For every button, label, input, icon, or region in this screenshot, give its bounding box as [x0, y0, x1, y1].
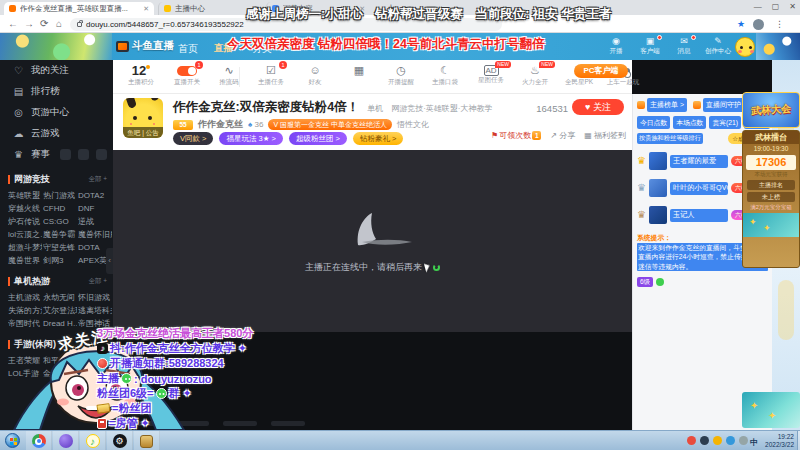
toolbar-item-star-task[interactable]: AD NEW 星图任务: [469, 63, 513, 85]
sidebar-category[interactable]: 穿越火线: [8, 202, 42, 215]
sidebar-category[interactable]: 魔兽争霸: [43, 228, 77, 241]
forward-icon[interactable]: →: [24, 18, 34, 30]
user-avatar-pikachu[interactable]: [735, 37, 755, 57]
toolbar-item-full-fire[interactable]: ♨ NEW 火力全开: [513, 63, 557, 87]
minimize-button[interactable]: —: [754, 0, 762, 14]
header-action-client[interactable]: ▣ 客户端: [632, 36, 668, 55]
section-more-link[interactable]: 全部 +: [88, 277, 107, 286]
sidebar-category[interactable]: 主机游戏: [8, 291, 42, 304]
browser-profile-avatar[interactable]: [753, 19, 764, 30]
sidebar-category[interactable]: DOTA2: [78, 189, 112, 202]
welfare-button[interactable]: ▦ 福利签到: [584, 130, 626, 141]
sidebar-item-cloudgame[interactable]: ☁ 云游戏: [0, 123, 113, 144]
taskbar-chrome[interactable]: [26, 431, 52, 450]
douyu-logo[interactable]: 斗鱼直播: [116, 39, 174, 53]
tab-title: 主播中心: [175, 4, 247, 14]
reload-icon[interactable]: ⟳: [40, 18, 48, 30]
sidebar-category[interactable]: CFHD: [43, 202, 77, 215]
sidebar-item-follow[interactable]: ♡ 我的关注: [0, 60, 113, 81]
maximize-button[interactable]: ▢: [772, 0, 780, 14]
live-toggle-switch[interactable]: [177, 66, 197, 76]
sidebar-category[interactable]: 魔兽世界: [8, 254, 42, 267]
pill-super-fans[interactable]: 超级粉丝团 >: [289, 132, 347, 145]
home-icon[interactable]: ⌂: [56, 18, 62, 30]
sidebar-category[interactable]: 逆战: [78, 215, 112, 228]
close-button[interactable]: ✕: [789, 0, 796, 14]
follow-button[interactable]: ♥ 关注: [572, 99, 624, 115]
fanbar-link[interactable]: 鱼吧 | 公告: [123, 127, 163, 138]
claim-count[interactable]: ⚑ 可领次数 1: [491, 130, 541, 141]
sidebar-category[interactable]: DNF: [78, 202, 112, 215]
honor-badge[interactable]: V 国服第一金克丝 中单金克丝绝活人: [268, 119, 392, 130]
taskbar-qq-music[interactable]: ♪: [80, 431, 106, 450]
system-tray: [687, 436, 748, 445]
pill-diamond-fan[interactable]: 钻粉豪礼 >: [353, 132, 403, 145]
taskbar-clock[interactable]: 19:22 2022/3/22: [756, 433, 794, 449]
sidebar-category[interactable]: 超激斗梦境: [8, 241, 42, 254]
tray-icon-yellow[interactable]: [713, 436, 722, 445]
sidebar-category[interactable]: 失落的方舟: [8, 304, 42, 317]
tab-session-points[interactable]: 本场点数: [673, 116, 706, 129]
lock-icon: [77, 22, 82, 27]
badge: 1: [195, 61, 203, 69]
sidebar-item-webgame[interactable]: ◎ 页游中心: [0, 102, 113, 123]
toolbar-item-pocket[interactable]: ☾ 主播口袋: [423, 63, 467, 87]
sidebar-category[interactable]: 守望先锋: [43, 241, 77, 254]
sidebar-category[interactable]: CS:GO: [43, 215, 77, 228]
sidebar-category[interactable]: 热门游戏: [43, 189, 77, 202]
share-button[interactable]: ↗ 分享: [550, 130, 575, 141]
video-player[interactable]: 主播正在连线中，请稍后再来: [113, 150, 632, 332]
tray-icon-red[interactable]: [687, 436, 696, 445]
taskbar-obs[interactable]: ⚙: [107, 431, 133, 450]
widget-rank-button[interactable]: 主播排名: [747, 180, 795, 190]
sidebar-category[interactable]: 剑网3: [43, 254, 77, 267]
wechat-icon: [156, 388, 167, 399]
pc-client-button[interactable]: PC客户端: [574, 64, 628, 78]
wechat-icon: [121, 373, 132, 384]
toolbar-item-gift[interactable]: ▦: [337, 63, 381, 78]
tab-close-icon[interactable]: ✕: [143, 5, 149, 13]
streamer-avatar[interactable]: 鱼吧 | 公告: [123, 98, 163, 138]
toolbar-item-tasks[interactable]: ☑ 1 主播任务: [249, 63, 293, 87]
room-header: 鱼吧 | 公告 作作金克丝:双倍亲密度钻粉4倍！单机 网游竞技·英雄联盟·大神教…: [113, 94, 632, 150]
browser-tab-active[interactable]: 作作金克丝直播_英雄联盟直播... ✕: [4, 2, 154, 15]
toolbar-item-stream-code[interactable]: ∿ 推流码: [207, 63, 251, 87]
fan-badge-row: 6级: [637, 277, 768, 287]
header-action-cast[interactable]: ◉ 开播: [598, 36, 634, 55]
toolbar-item-friends[interactable]: ☺ 好友: [293, 63, 337, 87]
toolbar-item-live-toggle[interactable]: 1 直播开关: [165, 63, 209, 87]
sidebar-category[interactable]: 逃离塔科夫: [78, 304, 112, 317]
start-button[interactable]: [5, 433, 20, 448]
taskbar-app-purple[interactable]: [53, 431, 79, 450]
sidebar-category[interactable]: 艾尔登法环: [43, 304, 77, 317]
nav-home[interactable]: 首页: [178, 42, 198, 56]
header-action-message[interactable]: ✉ 消息: [666, 36, 702, 55]
sidebar-category[interactable]: 永劫无间: [43, 291, 77, 304]
section-more-link[interactable]: 全部 +: [88, 175, 107, 184]
toolbar-item-reminder[interactable]: ◷ 开播提醒: [379, 63, 423, 87]
taskbar-app-gold[interactable]: [134, 431, 160, 450]
pill-lucky-star[interactable]: 福星玩法 3★ >: [219, 132, 282, 145]
tray-icon-qq[interactable]: [700, 436, 709, 445]
tray-icon-blue[interactable]: [726, 436, 735, 445]
sidebar-category[interactable]: 炉石传说: [8, 215, 42, 228]
sidebar-category[interactable]: 英雄联盟: [8, 189, 42, 202]
pill-v-style[interactable]: V同款 >: [173, 132, 213, 145]
browser-menu-icon[interactable]: ⋮: [775, 18, 784, 30]
sidebar-category[interactable]: lol云顶之…: [8, 228, 42, 241]
sidebar-collapse-handle[interactable]: ‹: [106, 248, 113, 274]
sidebar-category[interactable]: 怀旧游戏: [78, 291, 112, 304]
tab-streamer-rank[interactable]: 主播榜单 >: [637, 98, 687, 112]
back-icon[interactable]: ←: [8, 18, 18, 30]
tab-today-points[interactable]: 今日点数: [637, 116, 670, 129]
sidebar-item-rank[interactable]: ▤ 排行榜: [0, 81, 113, 102]
tab-room-guard[interactable]: 直播间守护: [693, 98, 744, 112]
sidebar-category[interactable]: 魔兽怀旧服: [78, 228, 112, 241]
sidebar-item-esports[interactable]: ♛ 赛事: [0, 144, 113, 165]
overlay-line-moderator: =房管 ✦: [97, 416, 253, 431]
tray-icon-volume[interactable]: [739, 436, 748, 445]
bookmark-star-icon[interactable]: ★: [737, 18, 745, 30]
header-action-studio[interactable]: ✎ 创作中心: [698, 36, 738, 55]
toolbar-item-score[interactable]: 12 主播积分: [119, 63, 163, 87]
tab-vip[interactable]: 贵宾(21): [709, 116, 741, 129]
